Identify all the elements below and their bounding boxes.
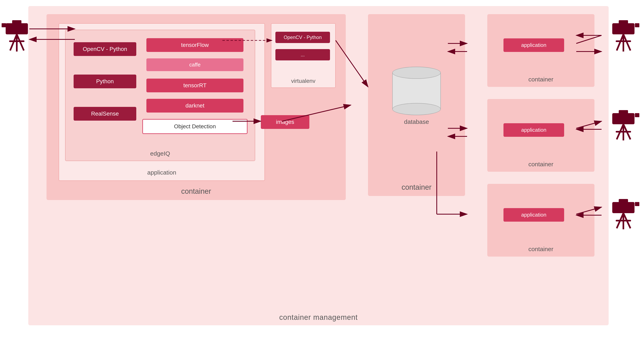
right-bot-tripod-bar (616, 220, 631, 221)
right-mid-tripod-bar (616, 131, 631, 133)
left-tripod-leg1 (10, 34, 17, 50)
application-box: application edgeIQ OpenCV - Python Pytho… (59, 23, 265, 181)
right-bot-tripod-leg1 (617, 213, 624, 228)
right-mid-camera-lens (635, 113, 639, 117)
opencv-python-v-btn[interactable]: OpenCV - Python (276, 32, 330, 43)
right-bot-tripod-leg3 (624, 213, 630, 228)
right-container-bot-label: container (528, 246, 553, 253)
caffe-btn[interactable]: caffe (146, 58, 244, 71)
app-btn-top[interactable]: application (504, 38, 564, 52)
right-container-mid-label: container (528, 161, 553, 168)
container-management: container management container applicati… (28, 6, 608, 325)
darknet-btn[interactable]: darknet (146, 99, 244, 112)
left-camera-body (6, 23, 28, 34)
middle-container-label: container (402, 183, 432, 192)
right-mid-tripod-leg3 (624, 124, 630, 139)
right-bot-camera-lens (635, 202, 639, 206)
database-icon: database (388, 67, 445, 125)
database-label: database (404, 118, 429, 125)
left-container-label: container (181, 187, 211, 196)
right-top-camera-top (619, 20, 628, 25)
right-mid-camera-body (612, 113, 634, 124)
right-bot-camera-body (612, 202, 634, 213)
right-top-camera-lens (635, 23, 639, 27)
right-top-tripod-leg3 (624, 34, 630, 50)
right-top-camera-body (612, 23, 634, 34)
left-camera-top (12, 20, 22, 25)
left-tripod-leg3 (17, 34, 24, 50)
right-mid-camera-top (619, 110, 628, 115)
left-main-container: container application edgeIQ OpenCV - Py… (46, 14, 346, 200)
opencv-python-btn[interactable]: OpenCV - Python (74, 42, 136, 56)
ellipsis-btn[interactable]: ... (276, 49, 330, 60)
virtualenv-box: OpenCV - Python ... virtualenv (271, 23, 336, 88)
container-management-label: container management (279, 313, 358, 322)
left-camera-lens (2, 23, 6, 27)
left-tripod-bar (9, 40, 24, 42)
realsense-btn[interactable]: RealSense (74, 107, 136, 121)
right-bot-camera-top (619, 199, 628, 203)
right-container-top-label: container (528, 76, 553, 83)
right-top-tripod-leg1 (617, 34, 624, 50)
images-btn[interactable]: images (261, 115, 309, 129)
right-container-mid: application container (487, 99, 594, 172)
right-container-bot: application container (487, 184, 594, 257)
python-btn[interactable]: Python (74, 74, 136, 88)
right-container-top: application container (487, 14, 594, 87)
right-top-tripod-bar (616, 40, 631, 42)
edgeiq-label: edgeIQ (150, 150, 170, 157)
app-box-label: application (147, 169, 176, 176)
tensorflow-btn[interactable]: tensorFlow (146, 38, 244, 52)
app-btn-bot[interactable]: application (504, 208, 564, 222)
app-btn-mid[interactable]: application (504, 123, 564, 137)
middle-container: container database (368, 14, 465, 196)
edgeiq-box: edgeIQ OpenCV - Python Python RealSense … (65, 30, 255, 161)
diagram-canvas: container management container applicati… (0, 0, 644, 337)
tensorrt-btn[interactable]: tensorRT (146, 79, 244, 92)
right-mid-tripod-leg1 (617, 124, 624, 139)
object-detection-btn[interactable]: Object Detection (142, 119, 248, 134)
virtualenv-label: virtualenv (291, 78, 316, 84)
